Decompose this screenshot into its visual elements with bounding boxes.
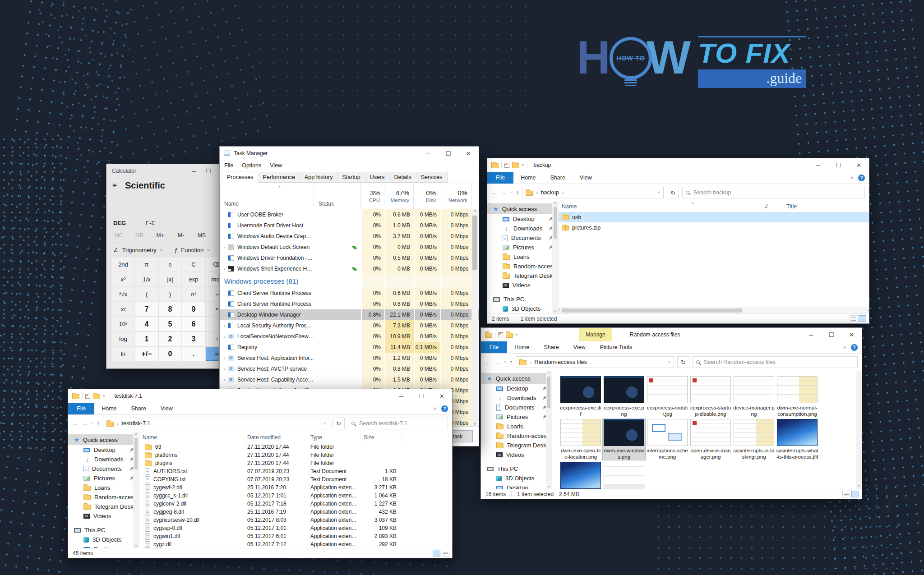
- key-3[interactable]: 3: [182, 332, 205, 346]
- file-thumb[interactable]: open-device-manager.png: [689, 419, 732, 460]
- address-dropdown-icon[interactable]: ˅: [323, 421, 326, 426]
- key-negate[interactable]: +/−: [135, 347, 158, 361]
- search-box[interactable]: [348, 418, 448, 429]
- sidebar-item-loaris[interactable]: Loaris: [481, 422, 546, 431]
- up-button[interactable]: ↑: [516, 189, 519, 196]
- scroll-right-icon[interactable]: ›: [868, 308, 869, 313]
- key-7[interactable]: 7: [135, 302, 158, 316]
- quick-access-check-icon[interactable]: ✔: [504, 163, 509, 168]
- menu-view[interactable]: View: [270, 162, 282, 169]
- search-input[interactable]: [693, 189, 861, 196]
- titlebar[interactable]: ✔ ▾ Manage Random-access files ─ ☐ ✕: [481, 328, 862, 341]
- sidebar-item-quick-access[interactable]: ★Quick access: [487, 203, 553, 214]
- file-thumb-selected[interactable]: dwm-exe-windows.png: [603, 419, 645, 460]
- key-4[interactable]: 4: [135, 317, 158, 331]
- scroll-up-icon[interactable]: ˄: [554, 201, 556, 205]
- folder-icon[interactable]: [506, 333, 513, 338]
- memory-recall-button[interactable]: MR: [129, 232, 150, 239]
- qat-dropdown-icon[interactable]: ▾: [516, 332, 518, 337]
- key-8[interactable]: 8: [159, 302, 181, 316]
- ribbon-tab-file[interactable]: File: [481, 341, 507, 353]
- refresh-button[interactable]: ↻: [333, 418, 345, 429]
- file-row[interactable]: cygwin1.dll05.12.2017 6:01Application ex…: [139, 532, 452, 540]
- key-power[interactable]: xʸ: [112, 302, 134, 316]
- sidebar-item-telegram-desktop[interactable]: Telegram Desktop: [481, 441, 546, 450]
- memory-subtract-button[interactable]: M-: [171, 232, 191, 239]
- search-input[interactable]: [703, 359, 854, 366]
- memory-clear-button[interactable]: MC: [108, 232, 129, 239]
- file-thumb[interactable]: interruptions-scheme.png: [646, 419, 688, 460]
- ribbon-expand-icon[interactable]: ˅: [850, 175, 853, 180]
- file-row[interactable]: platforms27.11.2020 17:44File folder: [139, 451, 452, 459]
- key-1[interactable]: 1: [135, 332, 158, 346]
- menu-options[interactable]: Options: [242, 162, 261, 169]
- key-factorial[interactable]: n!: [182, 287, 205, 301]
- column-number[interactable]: #: [762, 203, 783, 211]
- table-row[interactable]: ›⚙Service Host: AVCTP service0%0.8 MB0 M…: [220, 363, 479, 374]
- table-row[interactable]: ›Windows Default Lock Screen0%0 MB0 MB/s…: [220, 242, 479, 253]
- file-thumb[interactable]: sysinterrupts-in-taskmgr.png: [733, 419, 775, 460]
- tab-app-history[interactable]: App history: [300, 172, 338, 183]
- column-name[interactable]: Name: [139, 434, 244, 442]
- memory-store-button[interactable]: MS: [191, 232, 212, 239]
- minimize-button[interactable]: ─: [187, 164, 201, 178]
- address-segment[interactable]: Random-access files: [535, 359, 587, 365]
- file-row-pictures-zip[interactable]: pictures.zip: [559, 222, 869, 233]
- ribbon-tab-file[interactable]: File: [487, 172, 513, 184]
- sidebar-item-3d-objects[interactable]: 3D Objects: [487, 304, 553, 313]
- tab-performance[interactable]: Performance: [258, 172, 300, 183]
- ribbon-expand-icon[interactable]: ˅: [434, 406, 436, 411]
- key-2[interactable]: 2: [159, 332, 181, 346]
- sidebar-item-quick-access[interactable]: ★Quick access: [68, 434, 134, 445]
- sidebar-item-this-pc[interactable]: This PC: [487, 294, 553, 304]
- key-open-paren[interactable]: (: [135, 287, 158, 301]
- scrollbar-thumb[interactable]: [554, 207, 557, 239]
- sidebar-item-this-pc[interactable]: This PC: [68, 525, 134, 535]
- sidebar-item-3d-objects[interactable]: 3D Objects: [481, 474, 546, 483]
- sidebar-item-desktop[interactable]: Desktop: [68, 445, 134, 455]
- maximize-button[interactable]: ☐: [438, 147, 458, 160]
- file-row[interactable]: cygewf-2.dll25.11.2016 7:20Application e…: [139, 483, 452, 492]
- column-network[interactable]: 0%Network: [440, 183, 472, 209]
- column-memory[interactable]: 47%Memory: [384, 183, 414, 209]
- scrollbar-thumb[interactable]: [562, 308, 742, 313]
- column-name[interactable]: ˄Name: [220, 183, 314, 209]
- key-log[interactable]: log: [112, 332, 134, 346]
- tab-processes[interactable]: Processes: [222, 171, 258, 183]
- help-icon[interactable]: ?: [441, 405, 448, 412]
- table-row-selected[interactable]: Desktop Window Manager0.8%22.1 MB0 MB/s0…: [220, 309, 479, 320]
- sidebar-item-downloads[interactable]: ↓Downloads: [68, 455, 134, 464]
- horizontal-scrollbar[interactable]: ‹›: [559, 307, 869, 313]
- sidebar-item-loaris[interactable]: Loaris: [68, 483, 134, 492]
- address-segment[interactable]: testdisk-7.1: [122, 420, 151, 427]
- file-row[interactable]: cygiconv-2.dll05.12.2017 7:18Application…: [139, 500, 452, 508]
- sidebar-item-loaris[interactable]: Loaris: [487, 252, 553, 262]
- file-thumb[interactable]: ccxprocess-exe.jfif: [559, 376, 602, 417]
- address-bar[interactable]: › backup › ˅: [522, 187, 664, 198]
- forward-button[interactable]: →: [501, 189, 507, 196]
- column-status[interactable]: Status: [314, 183, 361, 209]
- sidebar-item-random-access-files[interactable]: Random-access files: [68, 492, 134, 502]
- thumbnail-view-icon[interactable]: [442, 550, 449, 557]
- recent-locations-icon[interactable]: ˅: [91, 421, 93, 426]
- deg-button[interactable]: DEG: [113, 220, 126, 226]
- address-dropdown-icon[interactable]: ˅: [658, 190, 660, 195]
- column-name[interactable]: Name: [559, 203, 762, 211]
- table-row[interactable]: Windows Audio Device Graph Is...0%3.7 MB…: [220, 231, 479, 242]
- recent-locations-icon[interactable]: ˅: [510, 190, 513, 195]
- scroll-up-icon[interactable]: ˄: [135, 432, 137, 436]
- thumbnail-view-icon[interactable]: [859, 315, 866, 322]
- column-type[interactable]: Type: [307, 434, 360, 442]
- file-thumb[interactable]: dwm-exe-open-file-location.png: [559, 419, 602, 460]
- ribbon-tab-share[interactable]: Share: [537, 341, 566, 353]
- file-row[interactable]: cygncursesw-10.dll05.12.2017 8:03Applica…: [139, 516, 452, 524]
- up-button[interactable]: ↑: [509, 359, 513, 366]
- close-button[interactable]: ✕: [432, 389, 452, 403]
- chevron-right-icon[interactable]: ›: [221, 356, 228, 361]
- tab-users[interactable]: Users: [365, 172, 390, 183]
- ribbon-tab-view[interactable]: View: [153, 403, 180, 414]
- sidebar-item-pictures[interactable]: Pictures: [487, 243, 553, 252]
- file-row[interactable]: cygz.dll05.12.2017 7:12Application exten…: [139, 540, 452, 548]
- key-clear[interactable]: C: [182, 258, 205, 271]
- key-close-paren[interactable]: ): [159, 287, 181, 301]
